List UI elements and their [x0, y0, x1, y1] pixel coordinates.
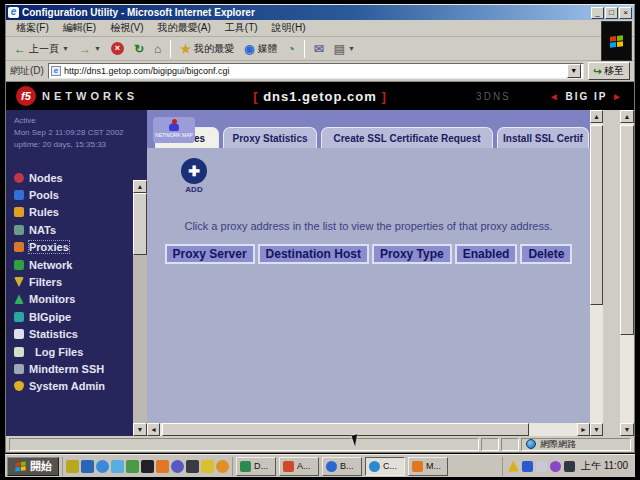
print-button[interactable]: ▤ ▼ — [330, 41, 359, 57]
quicklaunch-icon-2[interactable] — [81, 460, 94, 473]
back-dropdown-icon[interactable]: ▼ — [62, 45, 69, 52]
sidebar-item-system-admin[interactable]: System Admin — [14, 378, 133, 395]
taskbar-window-3[interactable]: B... — [322, 457, 362, 476]
go-button[interactable]: ↪ 移至 — [588, 62, 630, 80]
toolbar: ← 上一頁 ▼ → ▼ × ↻ ⌂ ★ 我的最愛 ◉ — [6, 37, 634, 61]
sidebar-item-monitors[interactable]: Monitors — [14, 291, 133, 308]
scroll-up-icon[interactable]: ▲ — [620, 110, 634, 123]
menu-tools[interactable]: 工具(T) — [219, 20, 264, 36]
browser-scrollbar: ▲ ▼ — [620, 110, 634, 436]
sidebar-item-rules[interactable]: Rules — [14, 204, 133, 221]
history-icon: ◔ — [287, 43, 294, 55]
print-dropdown-icon[interactable]: ▼ — [348, 45, 355, 52]
quicklaunch-icon-6[interactable] — [141, 460, 154, 473]
tray-icon-1[interactable] — [508, 461, 519, 472]
tab-strip: NETWORK MAP Proxies Proxy Statistics Cre… — [147, 110, 590, 148]
close-button[interactable]: × — [619, 7, 632, 19]
tab-create-ssl-certificate-request[interactable]: Create SSL Certificate Request — [321, 127, 493, 148]
content-scrollbar: ▲ ▼ — [590, 110, 603, 436]
scroll-down-icon[interactable]: ▼ — [133, 423, 147, 436]
menu-bar: 檔案(F) 編輯(E) 檢視(V) 我的最愛(A) 工具(T) 說明(H) — [6, 20, 634, 37]
history-button[interactable]: ◔ — [283, 41, 298, 57]
media-button[interactable]: ◉ 媒體 — [240, 40, 281, 58]
address-combobox[interactable]: e ▼ — [48, 63, 584, 79]
taskbar-window-2[interactable]: A... — [279, 457, 319, 476]
taskbar-window-4-active[interactable]: C... — [365, 457, 405, 476]
tray-icon-3[interactable] — [536, 461, 547, 472]
scrollbar-thumb[interactable] — [620, 125, 634, 335]
sidebar-item-network[interactable]: Network — [14, 256, 133, 273]
stop-button[interactable]: × — [107, 40, 128, 57]
media-icon: ◉ — [244, 43, 254, 55]
maximize-button[interactable]: □ — [605, 7, 618, 19]
scroll-down-icon[interactable]: ▼ — [590, 423, 603, 436]
tab-install-ssl-certificate[interactable]: Install SSL Certif — [497, 127, 589, 148]
scroll-left-icon[interactable]: ◄ — [147, 423, 160, 436]
frame-gap — [603, 110, 620, 436]
forward-dropdown-icon[interactable]: ▼ — [94, 45, 101, 52]
scroll-up-icon[interactable]: ▲ — [133, 180, 147, 193]
scrollbar-thumb[interactable] — [590, 125, 603, 305]
refresh-button[interactable]: ↻ — [130, 41, 148, 57]
minimize-button[interactable]: _ — [591, 7, 604, 19]
sidebar-item-nodes[interactable]: Nodes — [14, 169, 133, 186]
forward-button[interactable]: → ▼ — [75, 41, 105, 57]
instruction-text: Click a proxy address in the list to vie… — [147, 220, 590, 232]
menu-favorites[interactable]: 我的最愛(A) — [151, 20, 216, 36]
scroll-down-icon[interactable]: ▼ — [620, 423, 634, 436]
quicklaunch-icon-3[interactable] — [96, 460, 109, 473]
sidebar-item-nats[interactable]: NATs — [14, 221, 133, 238]
menu-view[interactable]: 檢視(V) — [104, 20, 149, 36]
quicklaunch-icon-5[interactable] — [126, 460, 139, 473]
status-message-pane — [9, 438, 479, 451]
scrollbar-thumb[interactable] — [133, 193, 147, 255]
column-proxy-type[interactable]: Proxy Type — [372, 244, 452, 264]
taskbar-clock[interactable]: 上午 11:00 — [581, 459, 628, 473]
title-bar[interactable]: e Configuration Utility - Microsoft Inte… — [6, 5, 634, 20]
start-button[interactable]: 開始 — [7, 457, 59, 476]
quicklaunch-icon-8[interactable] — [171, 460, 184, 473]
quicklaunch-icon-9[interactable] — [186, 460, 199, 473]
tab-proxy-statistics[interactable]: Proxy Statistics — [223, 127, 317, 148]
go-icon: ↪ — [594, 66, 602, 77]
sidebar-item-proxies[interactable]: Proxies — [14, 239, 133, 256]
taskbar-window-5[interactable]: M... — [408, 457, 448, 476]
quicklaunch-icon-10[interactable] — [201, 460, 214, 473]
sidebar-item-bigpipe[interactable]: BIGpipe — [14, 308, 133, 325]
column-delete[interactable]: Delete — [520, 244, 572, 264]
add-proxy-button[interactable]: ✚ ADD — [169, 158, 219, 194]
tray-icon-4[interactable] — [550, 461, 561, 472]
quicklaunch-icon-11[interactable] — [216, 460, 229, 473]
menu-file[interactable]: 檔案(F) — [10, 20, 55, 36]
menu-edit[interactable]: 編輯(E) — [57, 20, 102, 36]
column-destination-host[interactable]: Destination Host — [258, 244, 369, 264]
ie-icon: e — [8, 7, 19, 18]
tray-icon-5[interactable] — [564, 461, 575, 472]
sidebar-item-logfiles[interactable]: Log Files — [14, 343, 133, 360]
windows-flag-icon — [610, 35, 623, 47]
menu-help[interactable]: 說明(H) — [266, 20, 312, 36]
column-proxy-server[interactable]: Proxy Server — [165, 244, 255, 264]
hostname-banner: [ dns1.getop.com ] — [6, 89, 634, 104]
home-button[interactable]: ⌂ — [150, 41, 165, 57]
network-map-button[interactable]: NETWORK MAP — [153, 117, 195, 143]
window-title: Configuration Utility - Microsoft Intern… — [22, 7, 591, 18]
sidebar-item-statistics[interactable]: Statistics — [14, 326, 133, 343]
favorites-button[interactable]: ★ 我的最愛 — [176, 40, 238, 58]
taskbar-window-1[interactable]: D... — [236, 457, 276, 476]
url-input[interactable] — [64, 66, 567, 76]
sidebar-item-mindterm-ssh[interactable]: Mindterm SSH — [14, 360, 133, 377]
sidebar-item-pools[interactable]: Pools — [14, 186, 133, 203]
quicklaunch-icon-4[interactable] — [111, 460, 124, 473]
quicklaunch-icon-7[interactable] — [156, 460, 169, 473]
mail-button[interactable]: ✉ — [310, 41, 328, 57]
scroll-right-icon[interactable]: ► — [577, 423, 590, 436]
sidebar-item-filters[interactable]: Filters — [14, 273, 133, 290]
scrollbar-thumb[interactable] — [162, 423, 529, 436]
address-dropdown-icon[interactable]: ▼ — [567, 64, 581, 78]
scroll-up-icon[interactable]: ▲ — [590, 110, 603, 123]
tray-icon-2[interactable] — [522, 461, 533, 472]
column-enabled[interactable]: Enabled — [455, 244, 518, 264]
back-button[interactable]: ← 上一頁 ▼ — [10, 40, 73, 58]
quicklaunch-icon-1[interactable] — [66, 460, 79, 473]
